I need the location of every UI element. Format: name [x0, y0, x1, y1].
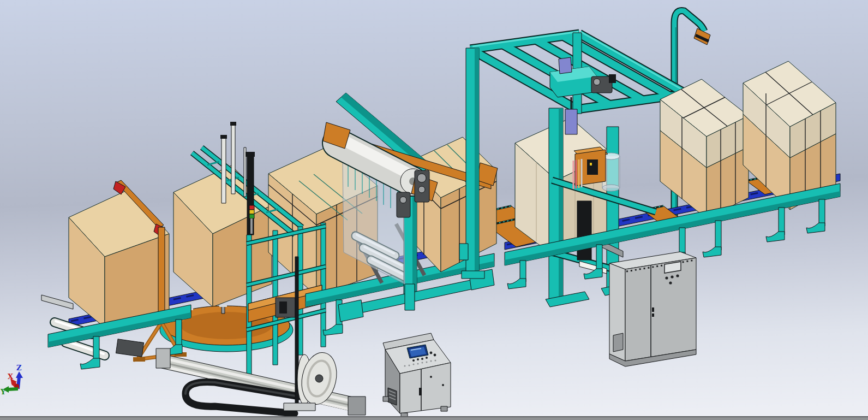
operator-console	[383, 333, 451, 418]
cabinet-vent	[613, 333, 623, 352]
carriage-slide	[565, 109, 577, 134]
console-handle[interactable]	[419, 388, 422, 395]
cad-viewport: Z X Y	[0, 0, 868, 420]
y-axis-label: Y	[0, 388, 6, 396]
pallet-load-plain-1	[69, 190, 169, 328]
z-axis-label: Z	[16, 364, 22, 372]
axis-triad: Z X Y	[0, 364, 23, 396]
carriage-plate	[559, 57, 572, 74]
x-axis-label: X	[8, 372, 14, 381]
z-axis-arrow	[16, 371, 23, 378]
cabinet-handle[interactable]	[652, 307, 654, 312]
electrical-cabinet	[609, 252, 696, 366]
window-edge-strip	[0, 416, 868, 420]
